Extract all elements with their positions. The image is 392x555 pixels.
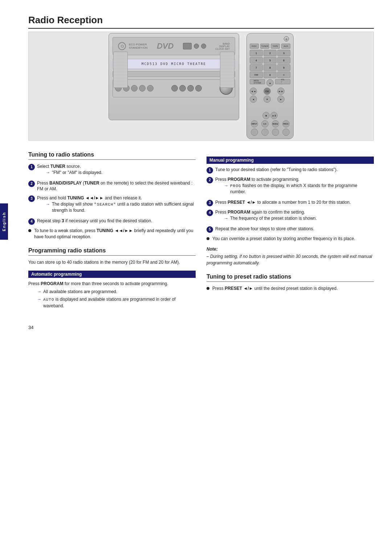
manual-step-5: 5 Repeat the above four steps to store o… (207, 226, 374, 233)
note-text: – During setting, if no button is presse… (207, 253, 374, 266)
manual-step-4: 4 Press PROGRAM again to confirm the set… (207, 209, 374, 223)
remote-nav-down: ▼ (264, 96, 271, 103)
tuning-preset-step-1: Press PRESET ◄/► until the desired prese… (207, 285, 374, 292)
remote-disc-btn: DISC (250, 44, 259, 49)
remote-music-btn (261, 129, 269, 136)
tuning-preset-step-1-content: Press PRESET ◄/► until the desired prese… (212, 285, 338, 292)
manual-step-5-content: Repeat the above four steps to store oth… (215, 226, 374, 232)
language-tab-label: English (2, 212, 6, 231)
step-1-keyword: TUNER (50, 164, 65, 169)
manual-step-3-content: Press PRESET ◄/► to allocate a number fr… (215, 199, 374, 206)
right-column: Manual programming 1 Tune to your desire… (207, 151, 374, 310)
tuning-section-heading: Tuning to radio stations (28, 151, 196, 160)
remote-num-4: 4 (250, 57, 263, 64)
remote-num-5: 5 (264, 57, 277, 64)
remote-rew-btn: ◄ (250, 96, 257, 103)
manual-step-4-content: Press PROGRAM again to confirm the setti… (215, 209, 374, 223)
manual-step-4-arrow: → The frequency of the preset station is… (224, 215, 374, 222)
tuning-step-3: 3 Press and hold TUNING ◄◄/►► and then r… (28, 195, 196, 215)
remote-extra-btn2 (282, 129, 290, 136)
remote-energy-btn (251, 129, 258, 136)
remote-tape-btn: TAPE (271, 44, 280, 49)
manual-step-2-content: Press PROGRAM to activate programming. →… (215, 177, 374, 197)
remote-control: ⏻ DISC TUNER TAPE AUX 1 2 3 4 5 6 7 (246, 33, 294, 139)
remote-num-0: 0 (264, 72, 277, 78)
remote-plus-btn: + (277, 72, 290, 78)
remote-fwd-btn: ► (277, 96, 285, 103)
remote-extra-btn1 (272, 129, 279, 136)
manual-bullet-1-content: You can override a preset station by sto… (212, 236, 355, 242)
remote-menu-btn: MENUSYSTEM (250, 79, 265, 84)
note-label: Note: (207, 247, 374, 252)
manual-steps-list: 1 Tune to your desired station (refer to… (207, 167, 374, 233)
step-2-keyword: BAND/DISPLAY (49, 181, 82, 186)
tuning-bullet-1: To tune to a weak station, press TUNING … (28, 228, 196, 240)
device-illustration: ⏻ ECO POWERSTANDBY/ON DVD BANDDISPLAYCLO… (28, 32, 374, 141)
remote-vol-btn: VOL+− (275, 79, 290, 84)
manual-programming-heading: Manual programming (207, 157, 374, 164)
language-tab: English (0, 203, 8, 240)
remote-aux-btn: AUX (281, 44, 290, 49)
manual-step-1: 1 Tune to your desired station (refer to… (207, 167, 374, 174)
auto-programming-heading: Automatic programming (28, 271, 196, 278)
step-2-content: Press BAND/DISPLAY (TUNER on the remote)… (37, 180, 196, 193)
manual-step-num-2: 2 (207, 177, 213, 183)
preset-bullet-icon (207, 287, 209, 290)
remote-num-8: 8 (264, 64, 277, 71)
tuning-step-1: 1 Select TUNER source. → "FM" or "AM" is… (28, 163, 196, 177)
manual-step-num-5: 5 (207, 226, 213, 233)
remote-input-btn: INPUT (251, 120, 258, 127)
manual-step-1-content: Tune to your desired station (refer to "… (215, 167, 374, 173)
device-unit: ⏻ ECO POWERSTANDBY/ON DVD BANDDISPLAYCLO… (109, 33, 239, 120)
tuning-step-4: 4 Repeat step 3 if necessary until you f… (28, 218, 196, 225)
tuning-bullet-area: To tune to a weak station, press TUNING … (28, 228, 196, 240)
programming-section-heading: Programming radio stations (28, 247, 196, 256)
remote-num-2: 2 (264, 50, 277, 56)
remote-ok-btn: OK (264, 88, 271, 95)
remote-program-btn: PROG (282, 120, 290, 127)
tuning-preset-heading: Tuning to preset radio stations (207, 274, 374, 282)
step-4-content: Repeat step 3 if necessary until you fin… (37, 218, 196, 224)
manual-bullet-1: You can override a preset station by sto… (207, 236, 374, 242)
remote-next-btn: ►► (277, 88, 285, 95)
remote-num-7: 7 (250, 64, 263, 71)
auto-arrow-2: → AUTO is displayed and available statio… (37, 296, 196, 309)
remote-tuner-btn: TUNER (260, 44, 269, 49)
tuning-preset-section: Tuning to preset radio stations Press PR… (207, 274, 374, 292)
note-box: Note: – During setting, if no button is … (207, 247, 374, 266)
manual-step-3: 3 Press PRESET ◄/► to allocate a number … (207, 199, 374, 206)
remote-prev-btn: ◄◄ (250, 88, 257, 95)
step-num-1: 1 (28, 164, 35, 170)
tuning-steps-list: 1 Select TUNER source. → "FM" or "AM" is… (28, 163, 196, 225)
step-1-arrow-note: → "FM" or "AM" is displayed. (46, 170, 196, 176)
auto-step-1: Press PROGRAM for more than three second… (28, 281, 196, 287)
bullet-icon-1 (28, 229, 31, 232)
tuning-bullet-1-content: To tune to a weak station, press TUNING … (34, 228, 196, 240)
remote-num-3: 3 (277, 50, 290, 56)
remote-num-6: 6 (277, 57, 290, 64)
remote-nav-up: ▲ (266, 79, 274, 86)
remote-as-btn: A.S (261, 120, 269, 127)
remote-osd-btn: OSD (250, 72, 263, 78)
step-num-3: 3 (28, 195, 35, 202)
page-title: Radio Reception (28, 15, 374, 29)
remote-stop-btn: ■ (262, 112, 270, 119)
remote-num-1: 1 (250, 50, 263, 56)
programming-intro: You can store up to 40 radio stations in… (28, 259, 196, 266)
page-number: 34 (28, 325, 374, 330)
remote-num-9: 9 (277, 64, 290, 71)
manual-step-num-3: 3 (207, 200, 213, 206)
step-3-keyword: TUNING ◄◄/►► (67, 195, 103, 200)
step-3-content: Press and hold TUNING ◄◄/►► and then rel… (37, 195, 196, 215)
manual-step-num-4: 4 (207, 210, 213, 216)
manual-bullet-icon (207, 237, 209, 240)
manual-step-num-1: 1 (207, 167, 213, 174)
manual-step-2-arrow: → PROG flashes on the display, in which … (224, 183, 374, 195)
remote-power-icon: ⏻ (284, 36, 289, 41)
left-column: Tuning to radio stations 1 Select TUNER … (28, 151, 196, 310)
remote-play-pause-btn: ►II (270, 112, 278, 119)
tuning-step-2: 2 Press BAND/DISPLAY (TUNER on the remot… (28, 180, 196, 193)
step-3-arrow-note: → The display will show "SEARCH" until a… (46, 201, 196, 214)
step-num-2: 2 (28, 181, 35, 187)
step-1-content: Select TUNER source. → "FM" or "AM" is d… (37, 163, 196, 177)
